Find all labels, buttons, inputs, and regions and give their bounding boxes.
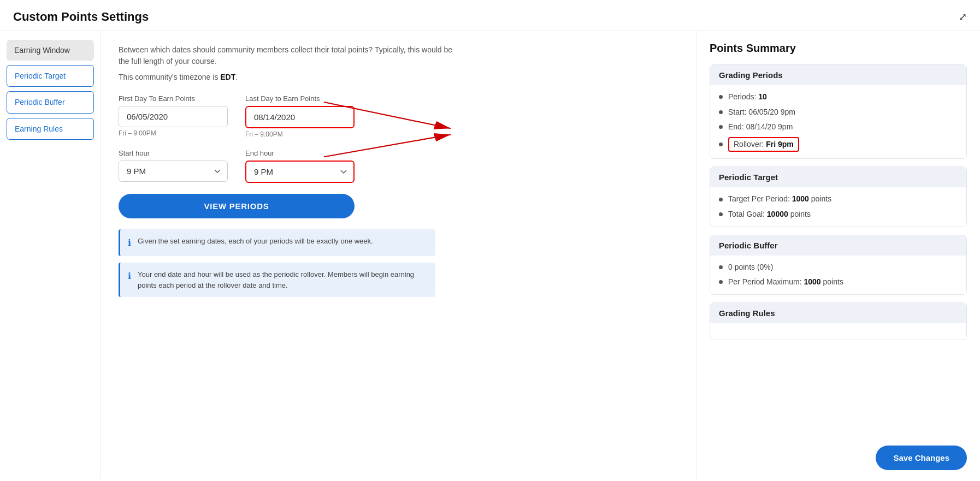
content-area: Between which dates should community mem… xyxy=(101,31,696,479)
grading-rules-header: Grading Rules xyxy=(710,303,966,323)
save-btn-container: Save Changes xyxy=(876,446,967,470)
last-day-input[interactable] xyxy=(245,106,355,128)
info-text-2: Your end date and hour will be used as t… xyxy=(138,269,428,290)
sidebar: Earning Window Periodic Target Periodic … xyxy=(0,31,101,479)
bullet xyxy=(719,95,723,99)
last-day-field-group: Last Day to Earn Points Fri – 9:00PM xyxy=(245,94,355,138)
view-periods-button[interactable]: VIEW PERIODS xyxy=(119,194,355,218)
periods-rollover: Rollover: Fri 9pm xyxy=(719,137,958,152)
bullet xyxy=(719,198,723,201)
first-day-label: First Day To Earn Points xyxy=(119,94,228,103)
description-text: Between which dates should community mem… xyxy=(119,44,457,67)
last-day-label: Last Day to Earn Points xyxy=(245,94,355,103)
buffer-max: Per Period Maximum: 1000 points xyxy=(719,277,958,288)
start-hour-label: Start hour xyxy=(119,149,228,157)
bullet xyxy=(719,265,723,269)
sidebar-item-earning-rules[interactable]: Earning Rules xyxy=(7,118,94,140)
end-hour-select[interactable]: 9 PM 12 AM1 AM2 AM3 AM 4 AM5 AM6 AM7 AM … xyxy=(245,161,355,183)
header: Custom Points Settings ⤢ xyxy=(0,0,980,31)
periods-start: Start: 06/05/20 9pm xyxy=(719,107,958,118)
bullet xyxy=(719,142,723,146)
start-hour-select[interactable]: 9 PM 12 AM1 AM2 AM3 AM 4 AM5 AM6 AM7 AM … xyxy=(119,161,228,182)
date-fields-row: First Day To Earn Points Fri – 9:00PM La… xyxy=(119,94,678,138)
end-hour-field-group: End hour 9 PM 12 AM1 AM2 AM3 AM 4 AM5 AM… xyxy=(245,149,355,183)
first-day-sub: Fri – 9:00PM xyxy=(119,129,228,137)
sidebar-item-periodic-buffer[interactable]: Periodic Buffer xyxy=(7,91,94,113)
grading-periods-section: Grading Periods Periods: 10 Start: 06/05… xyxy=(710,64,967,159)
end-hour-label: End hour xyxy=(245,149,355,157)
info-icon-1: ℹ xyxy=(128,236,131,250)
main-layout: Earning Window Periodic Target Periodic … xyxy=(0,31,980,479)
periodic-buffer-section: Periodic Buffer 0 points (0%) Per Period… xyxy=(710,235,967,295)
bullet xyxy=(719,125,723,129)
grading-rules-body xyxy=(710,323,966,340)
buffer-points: 0 points (0%) xyxy=(719,262,958,273)
sidebar-item-earning-window[interactable]: Earning Window xyxy=(7,40,94,61)
total-goal: Total Goal: 10000 points xyxy=(719,209,958,220)
info-box-1: ℹ Given the set earning dates, each of y… xyxy=(119,229,435,256)
periodic-buffer-body: 0 points (0%) Per Period Maximum: 1000 p… xyxy=(710,256,966,294)
bullet xyxy=(719,280,723,284)
periods-end: End: 08/14/20 9pm xyxy=(719,122,958,133)
hour-row: Start hour 9 PM 12 AM1 AM2 AM3 AM 4 AM5 … xyxy=(119,149,678,183)
points-summary-title: Points Summary xyxy=(710,42,967,55)
periodic-target-body: Target Per Period: 1000 points Total Goa… xyxy=(710,187,966,226)
page-wrapper: Custom Points Settings ⤢ Earning Window … xyxy=(0,0,980,481)
timezone-text: This community's timezone is EDT. xyxy=(119,73,678,81)
expand-icon[interactable]: ⤢ xyxy=(959,11,967,23)
info-box-2: ℹ Your end date and hour will be used as… xyxy=(119,263,435,297)
start-hour-field-group: Start hour 9 PM 12 AM1 AM2 AM3 AM 4 AM5 … xyxy=(119,149,228,183)
grading-periods-body: Periods: 10 Start: 06/05/20 9pm End: 08/… xyxy=(710,85,966,158)
target-per-period: Target Per Period: 1000 points xyxy=(719,194,958,205)
bullet xyxy=(719,212,723,216)
periodic-target-header: Periodic Target xyxy=(710,167,966,187)
sidebar-item-periodic-target[interactable]: Periodic Target xyxy=(7,65,94,87)
info-text-1: Given the set earning dates, each of you… xyxy=(138,236,373,247)
grading-rules-section: Grading Rules xyxy=(710,302,967,340)
periodic-target-section: Periodic Target Target Per Period: 1000 … xyxy=(710,167,967,227)
rollover-value: Rollover: Fri 9pm xyxy=(728,137,799,152)
first-day-input[interactable] xyxy=(119,106,228,127)
info-icon-2: ℹ xyxy=(128,270,131,283)
first-day-field-group: First Day To Earn Points Fri – 9:00PM xyxy=(119,94,228,138)
bullet xyxy=(719,110,723,114)
periods-count: Periods: 10 xyxy=(719,92,958,103)
page-title: Custom Points Settings xyxy=(13,10,149,24)
last-day-sub: Fri – 9:00PM xyxy=(245,130,355,138)
grading-periods-header: Grading Periods xyxy=(710,65,966,85)
right-panel: Points Summary Grading Periods Periods: … xyxy=(696,31,980,479)
periodic-buffer-header: Periodic Buffer xyxy=(710,235,966,256)
save-changes-button[interactable]: Save Changes xyxy=(876,446,967,470)
